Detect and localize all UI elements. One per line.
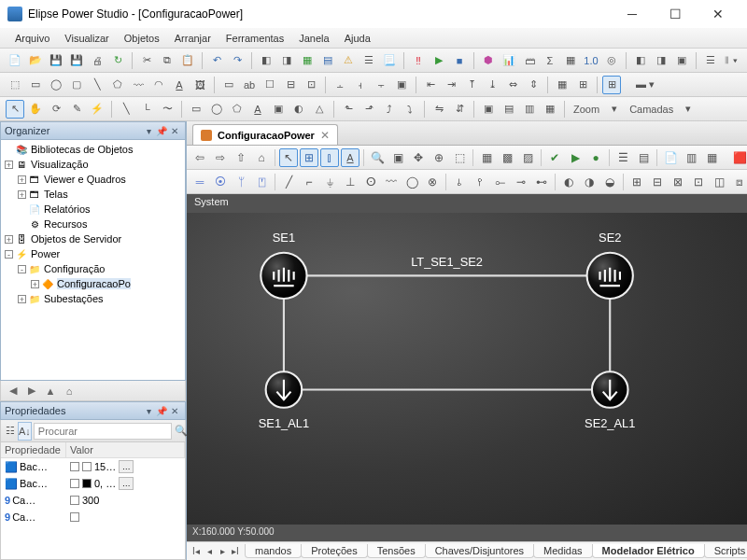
tree-home-icon[interactable]: ⌂ bbox=[61, 383, 78, 399]
ind-icon[interactable]: ⵙ bbox=[361, 173, 380, 191]
sel-icon[interactable]: ⬚ bbox=[6, 76, 24, 94]
zoom-in-icon[interactable]: 🔍 bbox=[368, 148, 387, 167]
bt-next-icon[interactable]: ▸ bbox=[217, 546, 228, 556]
table-icon[interactable]: ▦ bbox=[561, 51, 580, 70]
sw2-icon[interactable]: ⫯ bbox=[471, 173, 489, 191]
print-icon[interactable]: 🖨 bbox=[88, 51, 106, 70]
lay2-icon[interactable]: ▤ bbox=[500, 100, 518, 119]
tree-node[interactable]: +🗄Objetos de Servidor bbox=[1, 231, 185, 246]
bottom-tab[interactable]: mandos bbox=[245, 544, 302, 558]
lay4-icon[interactable]: ▦ bbox=[541, 100, 559, 119]
snap2-icon[interactable]: ⊞ bbox=[573, 76, 592, 94]
maximize-button[interactable]: ☐ bbox=[654, 0, 697, 28]
properties-header[interactable]: Propriedades ▾ 📌 ✕ bbox=[0, 401, 186, 420]
center-icon[interactable]: ⊕ bbox=[430, 148, 448, 167]
grec-icon[interactable]: ● bbox=[586, 148, 605, 167]
src-icon[interactable]: ◯ bbox=[402, 173, 421, 191]
dist6-icon[interactable]: ⇕ bbox=[524, 76, 543, 94]
msel-icon[interactable]: ↖ bbox=[279, 148, 298, 167]
property-row[interactable]: 9Ca…300 bbox=[1, 492, 185, 509]
property-row[interactable]: 9Ca… bbox=[1, 509, 185, 525]
document-tab[interactable]: ConfiguracaoPower ✕ bbox=[192, 124, 338, 145]
bolt-icon[interactable]: ⚡ bbox=[88, 100, 106, 119]
mmisc3-icon[interactable]: ▨ bbox=[518, 148, 537, 167]
properties-grid[interactable]: Propriedade Valor 🟦Bac…15……🟦Bac…0, ……9Ca… bbox=[0, 442, 186, 560]
ellipse-icon[interactable]: ◯ bbox=[47, 76, 65, 94]
layout2-icon[interactable]: ⫴ ▾ bbox=[722, 51, 740, 70]
bottom-tab[interactable]: Medidas bbox=[533, 544, 593, 558]
flip2-icon[interactable]: ⇵ bbox=[450, 100, 469, 119]
menu-objetos[interactable]: Objetos bbox=[117, 31, 167, 46]
tree-node[interactable]: 📄Relatórios bbox=[1, 202, 185, 217]
xfmr-icon[interactable]: ⊗ bbox=[423, 173, 442, 191]
poly-icon[interactable]: ⬠ bbox=[108, 76, 127, 94]
node-se1-al1[interactable] bbox=[266, 371, 303, 408]
bottom-tab[interactable]: Proteções bbox=[301, 544, 368, 558]
tree-node[interactable]: +🖥Visualização bbox=[1, 157, 185, 172]
seg-icon[interactable]: ╲ bbox=[117, 100, 135, 119]
image-icon[interactable]: 🖼 bbox=[190, 76, 209, 94]
paste-icon[interactable]: 📋 bbox=[178, 51, 197, 70]
sheet-icon[interactable]: ▤ bbox=[318, 51, 337, 70]
align1-icon[interactable]: ⫠ bbox=[331, 76, 349, 94]
bt-first-icon[interactable]: I◂ bbox=[190, 546, 202, 556]
mfwd-icon[interactable]: ⇨ bbox=[211, 148, 230, 167]
sw4-icon[interactable]: ⊸ bbox=[512, 173, 530, 191]
z4-icon[interactable]: ⤵ bbox=[401, 100, 419, 119]
db-icon[interactable]: 🗃 bbox=[520, 51, 539, 70]
align3-icon[interactable]: ⫟ bbox=[372, 76, 390, 94]
shape2-icon[interactable]: ◯ bbox=[207, 100, 226, 119]
misc2-icon[interactable]: ◨ bbox=[652, 51, 670, 70]
color-picker-icon[interactable]: ▬ ▾ bbox=[623, 76, 668, 94]
e2-icon[interactable]: ⊟ bbox=[648, 173, 667, 191]
shape1-icon[interactable]: ▭ bbox=[187, 100, 205, 119]
organizer-tree[interactable]: 📚Bibliotecas de Objetos+🖥Visualização+🗔V… bbox=[0, 140, 186, 381]
tree-node[interactable]: -📁Configuração bbox=[1, 261, 185, 276]
mup-icon[interactable]: ⇧ bbox=[232, 148, 250, 167]
node-se2-al1[interactable] bbox=[592, 371, 628, 408]
node-se1[interactable] bbox=[261, 253, 306, 299]
menu-janela[interactable]: Janela bbox=[291, 31, 336, 46]
menu-ajuda[interactable]: Ajuda bbox=[337, 31, 378, 46]
arc-icon[interactable]: ◠ bbox=[149, 76, 168, 94]
move-icon[interactable]: ✥ bbox=[409, 148, 428, 167]
sw3-icon[interactable]: ⟜ bbox=[491, 173, 510, 191]
property-row[interactable]: 🟦Bac…0, …… bbox=[1, 475, 185, 492]
sigma-icon[interactable]: Σ bbox=[541, 51, 559, 70]
menu-visualizar[interactable]: Visualizar bbox=[57, 31, 117, 46]
clip-icon[interactable]: ⬚ bbox=[450, 148, 469, 167]
tree-node[interactable]: +🗔Viewer e Quadros bbox=[1, 172, 185, 187]
mmisc1-icon[interactable]: ▦ bbox=[477, 148, 496, 167]
msheet-icon[interactable]: 📄 bbox=[661, 148, 680, 167]
mfilter-icon[interactable]: ▥ bbox=[682, 148, 700, 167]
save-icon[interactable]: 💾 bbox=[47, 51, 65, 70]
tree-back-icon[interactable]: ◀ bbox=[5, 383, 21, 399]
shape3-icon[interactable]: ⬠ bbox=[228, 100, 247, 119]
e1-icon[interactable]: ⊞ bbox=[627, 173, 646, 191]
flip1-icon[interactable]: ⇋ bbox=[430, 100, 448, 119]
control5-icon[interactable]: ⊡ bbox=[302, 76, 320, 94]
new-icon[interactable]: 📄 bbox=[6, 51, 24, 70]
mhome-icon[interactable]: ⌂ bbox=[252, 148, 271, 167]
dist2-icon[interactable]: ⇥ bbox=[442, 76, 460, 94]
mback-icon[interactable]: ⇦ bbox=[190, 148, 209, 167]
bt-last-icon[interactable]: ▸I bbox=[230, 546, 241, 556]
control3-icon[interactable]: ☐ bbox=[261, 76, 279, 94]
organizer-header[interactable]: Organizer ▾ 📌 ✕ bbox=[0, 121, 186, 140]
tree-node[interactable]: ⚙Recursos bbox=[1, 217, 185, 231]
rot-icon[interactable]: ⟳ bbox=[47, 100, 65, 119]
dist1-icon[interactable]: ⇤ bbox=[421, 76, 440, 94]
pointer-icon[interactable]: ↖ bbox=[6, 100, 24, 119]
bus-icon[interactable]: ═ bbox=[190, 173, 209, 191]
node-se2[interactable] bbox=[587, 253, 633, 299]
ground-icon[interactable]: ⏚ bbox=[320, 173, 339, 191]
m2-icon[interactable]: ◑ bbox=[580, 173, 599, 191]
misc1-icon[interactable]: ◧ bbox=[631, 51, 650, 70]
panel-close-icon[interactable]: ✕ bbox=[168, 126, 181, 136]
close-button[interactable]: ✕ bbox=[697, 0, 740, 28]
txt2-icon[interactable]: A bbox=[248, 100, 267, 119]
tree-node[interactable]: +📁Subestações bbox=[1, 291, 185, 306]
copy-icon[interactable]: ⧉ bbox=[158, 51, 176, 70]
lay1-icon[interactable]: ▣ bbox=[479, 100, 498, 119]
msnap-icon[interactable]: ⊞ bbox=[300, 148, 318, 167]
